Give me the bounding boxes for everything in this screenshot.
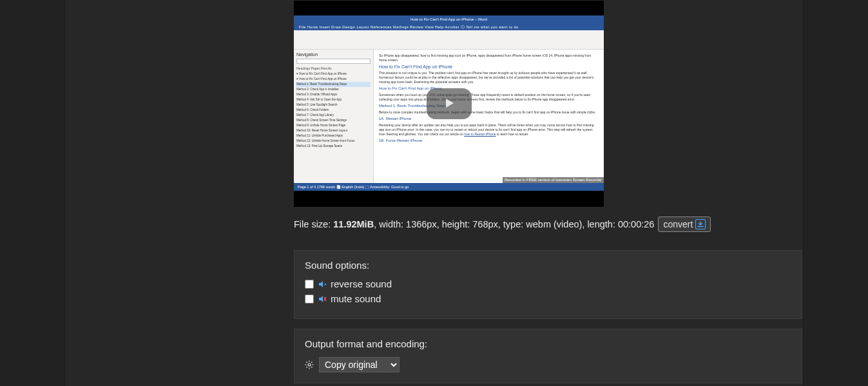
svg-line-8 <box>311 362 312 363</box>
svg-line-7 <box>307 367 307 367</box>
navigation-item: ▾ How to Fix Can't Find App on iPhone <box>296 77 371 82</box>
word-window-title: How to Fix Can't Find App on iPhone – Wo… <box>294 15 604 24</box>
recorder-watermark: Recorded in FREE version of Icecream Scr… <box>503 177 604 183</box>
navigation-item: Method 8: Check Screen Time Settings <box>296 118 371 123</box>
word-ribbon-tabs: File Home Insert Draw Design Layout Refe… <box>294 24 604 30</box>
doc-heading: How to Fix Can't Find App on iPhone <box>379 64 599 69</box>
navigation-item: Method 6: Check Folders <box>296 108 371 113</box>
mute-sound-label: mute sound <box>331 293 381 304</box>
play-icon <box>441 95 457 113</box>
download-icon <box>695 219 706 229</box>
navigation-pane: Navigation Headings Pages Results ▾ How … <box>294 50 374 183</box>
navigation-search <box>296 59 371 64</box>
file-metadata: File size: 11.92MiB, width: 1366px, heig… <box>294 217 803 232</box>
doc-subheading: Method 1: Basic Troubleshooting Steps <box>379 104 599 108</box>
navigation-item: Method 13: Free Up Storage Space <box>296 144 371 149</box>
sound-options-panel: Sound options: reverse sound mute sound <box>294 250 802 319</box>
output-format-select[interactable]: Copy original <box>319 357 400 372</box>
reverse-sound-label: reverse sound <box>331 278 392 289</box>
navigation-item: Method 1: Basic Troubleshooting Steps <box>296 82 371 87</box>
doc-paragraph: Before to more complex troubleshooting m… <box>379 110 599 115</box>
svg-line-5 <box>307 362 307 363</box>
reverse-sound-icon <box>318 280 327 289</box>
output-format-panel: Output format and encoding: Copy origina… <box>294 329 802 383</box>
doc-pre-text: So iPhone app disappeared, how to find m… <box>379 53 599 63</box>
navigation-item: Method 2: Check App is Installed <box>296 87 371 92</box>
file-size-value: 11.92MiB <box>333 219 374 229</box>
doc-subheading: 1A. Restart iPhone <box>379 117 599 121</box>
file-meta-rest: , width: 1366px, height: 768px, type: we… <box>374 219 654 229</box>
navigation-tabs: Headings Pages Results <box>296 66 371 70</box>
mute-sound-row[interactable]: mute sound <box>305 293 791 304</box>
mute-sound-checkbox[interactable] <box>305 294 314 304</box>
doc-subheading: 1B. Force Restart iPhone <box>379 139 599 143</box>
document-canvas: So iPhone app disappeared, how to find m… <box>374 50 604 183</box>
navigation-item: Method 7: Check App Library <box>296 113 371 118</box>
convert-button[interactable]: convert <box>658 217 711 232</box>
navigation-item: Method 9: Unhide Home Screen Page <box>296 123 371 128</box>
gear-icon <box>305 360 314 369</box>
doc-paragraph: Restarting your device after an update c… <box>379 123 599 137</box>
svg-point-0 <box>308 363 311 366</box>
word-status-bar: Page 1 of 4 1796 words 📄 English (India)… <box>294 183 604 191</box>
doc-subheading: How to Fix Can't Find App on iPhone <box>379 86 599 91</box>
output-format-title: Output format and encoding: <box>305 338 791 349</box>
navigation-item: Method 11: Unhide Purchased Apps <box>296 133 371 139</box>
doc-paragraph: This situation is not unique to you. The… <box>379 71 599 84</box>
mute-sound-icon <box>318 294 327 304</box>
navigation-item: ▾ How to Fix Can't Find App on iPhone <box>296 72 371 77</box>
convert-button-label: convert <box>663 219 693 229</box>
reverse-sound-checkbox[interactable] <box>305 280 314 289</box>
navigation-item: Method 12: Unhide Home Screen from Focus <box>296 139 371 144</box>
reverse-sound-row[interactable]: reverse sound <box>305 278 791 289</box>
navigation-list: ▾ How to Fix Can't Find App on iPhone ▾ … <box>296 72 371 149</box>
video-preview[interactable]: How to Fix Can't Find App on iPhone – Wo… <box>294 1 604 207</box>
navigation-item: Method 3: Disable Offload Apps <box>296 92 371 97</box>
doc-paragraph: Sometimes when you boot up your iOS, som… <box>379 93 599 102</box>
navigation-item: Method 10: Reset Home Screen Layout <box>296 128 371 133</box>
play-button[interactable] <box>427 88 472 119</box>
navigation-item: Method 5: Use Spotlight Search <box>296 102 371 108</box>
sound-options-title: Sound options: <box>305 260 791 271</box>
word-ribbon <box>294 30 604 50</box>
navigation-item: Method 4: Ask Siri to Open the App <box>296 97 371 102</box>
svg-line-6 <box>311 367 312 367</box>
file-size-label: File size: <box>294 219 333 229</box>
navigation-title: Navigation <box>296 52 371 57</box>
